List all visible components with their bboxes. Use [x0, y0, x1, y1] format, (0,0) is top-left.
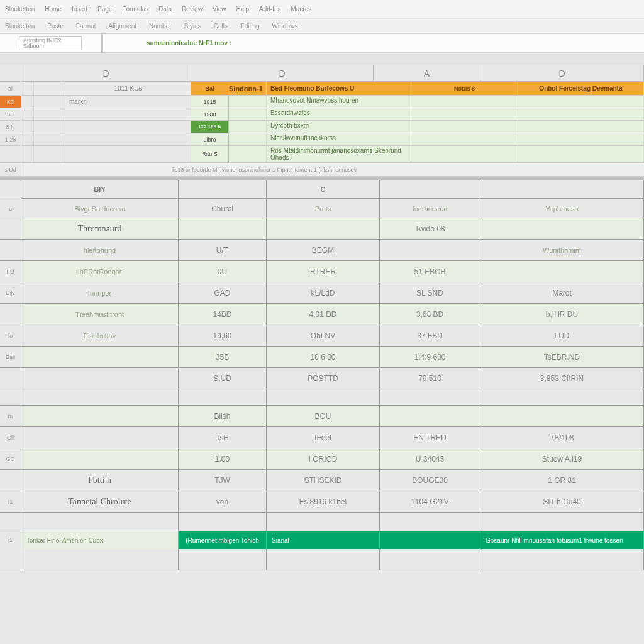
cell-orange-right[interactable]: Onbol Fercelstag Deemanta [518, 82, 644, 95]
row-number[interactable] [0, 513, 21, 531]
row-number[interactable] [0, 240, 21, 260]
menu-item[interactable]: Blanketten [5, 6, 35, 13]
row-number[interactable]: a [0, 199, 21, 218]
summary-band-a[interactable]: (Rumennet mbigen Tohich [179, 531, 267, 549]
cell[interactable]: TsEBR.ND [480, 347, 644, 367]
cell[interactable]: kL/LdD [267, 282, 380, 303]
cell[interactable]: Treahmusthront [21, 304, 179, 325]
cell[interactable]: RTRER [267, 261, 380, 282]
cell[interactable]: 1.GR 81 [480, 470, 644, 491]
cell[interactable]: Yepbrauso [480, 199, 644, 218]
formula-bar[interactable]: sumarnionfcaluc NrF1 mov : [147, 36, 644, 50]
row-number[interactable]: 8 N [0, 121, 21, 133]
cell[interactable]: hleftohund [21, 240, 179, 260]
ribbon-group[interactable]: Styles [184, 23, 201, 30]
cell[interactable]: Esitrbnltav [21, 325, 179, 346]
cell[interactable]: TsH [179, 427, 267, 448]
cell[interactable]: Innnpor [21, 282, 179, 303]
cell[interactable]: 7B/108 [480, 427, 644, 448]
cell[interactable]: 4,01 DD [267, 304, 380, 325]
cell[interactable] [380, 240, 480, 260]
cell[interactable]: 19,60 [179, 325, 267, 346]
cell[interactable]: Bssardnwafes [267, 108, 411, 120]
cell[interactable]: Bivgt Satducorm [21, 199, 179, 218]
cell[interactable]: 1:4:9 600 [380, 347, 480, 367]
cell[interactable]: SL SND [380, 282, 480, 303]
cell[interactable]: Libro [191, 133, 229, 145]
cell[interactable]: U/T [179, 240, 267, 260]
menu-item[interactable]: Insert [72, 6, 87, 13]
row-number[interactable]: s Ud [0, 163, 21, 176]
cell[interactable]: 79,510 [380, 368, 480, 389]
cell[interactable]: 1.00 [179, 448, 267, 469]
cell[interactable]: LUD [480, 325, 644, 346]
summary-band-c[interactable] [380, 531, 480, 549]
select-all-cell[interactable] [0, 65, 21, 81]
cell[interactable] [21, 347, 179, 367]
menu-item[interactable]: View [213, 6, 226, 13]
cell[interactable] [179, 218, 267, 239]
cell[interactable] [21, 427, 179, 448]
row-number[interactable] [0, 146, 21, 162]
cell[interactable]: IhERntRoogor [21, 261, 179, 282]
cell[interactable] [179, 389, 267, 405]
row-number[interactable] [0, 218, 21, 239]
cell[interactable]: markn [65, 96, 191, 108]
cell[interactable]: Dyrcoth bxxm [267, 121, 411, 133]
menu-item[interactable]: Add-Ins [259, 6, 280, 13]
cell[interactable]: Nicellwvunufinncukorss [267, 133, 411, 145]
cell[interactable] [21, 389, 179, 405]
row-number[interactable] [0, 549, 21, 570]
cell-orange-mid[interactable]: Bed Fleomuno Burfecows U [267, 82, 411, 95]
cell[interactable]: Ritu S [191, 146, 229, 162]
cell[interactable]: tFeel [267, 427, 380, 448]
row-number[interactable]: FU [0, 261, 21, 282]
cell[interactable]: Tannetal Chrolute [21, 491, 179, 512]
cell[interactable]: 0U [179, 261, 267, 282]
row-number[interactable]: 38 [0, 108, 21, 120]
cell[interactable]: 1104 G21V [380, 491, 480, 512]
cell[interactable] [480, 389, 644, 405]
cell[interactable]: Ros Mtaldinimonurmt jananosoxarns Skeoru… [267, 146, 411, 162]
cell[interactable]: GAD [179, 282, 267, 303]
cell[interactable]: 3,853 CIIRIN [480, 368, 644, 389]
menu-item[interactable]: Review [182, 6, 203, 13]
cell[interactable]: 37 FBD [380, 325, 480, 346]
cell-orange-a[interactable]: Notus 8 [411, 82, 518, 95]
menu-item[interactable]: Page [97, 6, 112, 13]
cell[interactable]: 3,68 BD [380, 304, 480, 325]
cell[interactable]: Churcl [179, 199, 267, 218]
menu-item[interactable]: Formulas [122, 6, 148, 13]
row-number[interactable]: al [0, 82, 21, 95]
cell[interactable]: TJW [179, 470, 267, 491]
summary-band-b[interactable]: Sianal [267, 531, 380, 549]
cell[interactable]: Fs 8916.k1bel [267, 491, 380, 512]
cell[interactable]: BOU [267, 406, 380, 426]
cell[interactable]: Bilsh [179, 406, 267, 426]
cell[interactable]: POSTTD [267, 368, 380, 389]
menu-item[interactable]: Help [236, 6, 249, 13]
row-number[interactable]: 1 28 [0, 133, 21, 145]
cell[interactable]: von [179, 491, 267, 512]
ribbon-group[interactable]: Blanketten [5, 23, 35, 30]
row-number[interactable] [0, 304, 21, 325]
cell[interactable]: EN TRED [380, 427, 480, 448]
row-number[interactable]: Uils [0, 282, 21, 303]
cell[interactable]: C [267, 180, 380, 199]
ribbon-group[interactable]: Number [149, 23, 172, 30]
cell-highlighted[interactable]: 122 189 N [191, 121, 229, 133]
cell-orange-left[interactable]: Sindonn-1 [229, 82, 267, 95]
name-box[interactable]: Aposting INIR2 Sitboom [19, 36, 82, 50]
cell[interactable]: 35B [179, 347, 267, 367]
cell[interactable]: 10 6 00 [267, 347, 380, 367]
ribbon-group[interactable]: Windows [272, 23, 298, 30]
row-number[interactable]: GO [0, 448, 21, 469]
ribbon-group[interactable]: Editing [240, 23, 260, 30]
row-number[interactable]: I1 [0, 491, 21, 512]
cell[interactable]: Indranaend [380, 199, 480, 218]
row-number[interactable]: fo [0, 325, 21, 346]
row-number[interactable]: j1 [0, 531, 21, 549]
cell[interactable]: Mhanovovot Nmawvoss houren [267, 96, 411, 108]
ribbon-group[interactable]: Paste [47, 23, 64, 30]
cell[interactable] [480, 406, 644, 426]
